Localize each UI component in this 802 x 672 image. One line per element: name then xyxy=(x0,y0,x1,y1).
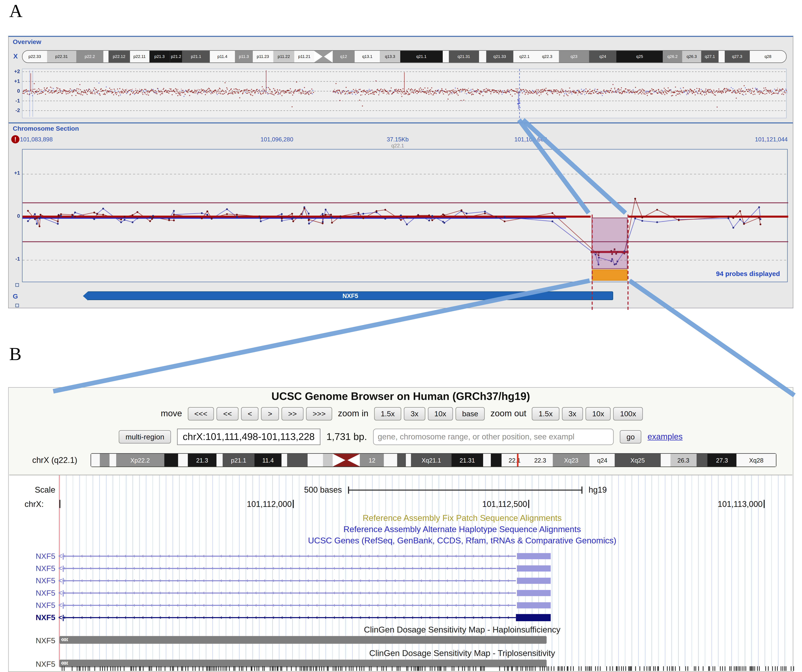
cytoband-segment[interactable] xyxy=(384,454,397,466)
cytoband-q23: q23 xyxy=(559,51,589,63)
zoom-in-button-1[interactable]: 1.5x xyxy=(374,407,401,420)
position-controls: multi-region chrX:101,111,498-101,113,22… xyxy=(9,429,793,445)
clingen-gene-bar[interactable]: «« xyxy=(59,636,547,644)
clingen-track-title[interactable]: ClinGen Dosage Sensitivity Map - Haploin… xyxy=(132,625,792,635)
cytoband-text: p11.3 xyxy=(239,54,249,59)
zoom-out-buttons: 1.5x3x10x100x xyxy=(532,407,643,420)
zoom-out-button-4[interactable]: 100x xyxy=(613,407,643,420)
cytoband-segment[interactable] xyxy=(397,454,406,466)
cytoband-22.1[interactable]: 22.1 xyxy=(501,454,528,466)
cytoband-text: p11.22 xyxy=(278,54,290,59)
overview-scatter-plot[interactable] xyxy=(22,69,787,118)
cytoband-segment[interactable] xyxy=(287,454,308,466)
zoom-in-button-2[interactable]: 3x xyxy=(404,407,425,420)
cytoband-text: q13.1 xyxy=(362,54,372,59)
deletion-region-highlight[interactable] xyxy=(592,218,627,269)
ideogram-p-arm: p22.33p22.31p22.2p22.12p22.11p21.3p21.2p… xyxy=(23,51,314,63)
cytoband-segment[interactable] xyxy=(323,454,333,466)
cytoband-segment[interactable] xyxy=(660,454,670,466)
cytoband-p22.33: p22.33 xyxy=(23,51,47,63)
cytoband-27.3[interactable]: 27.3 xyxy=(707,454,737,466)
cytoband-Xq21.1[interactable]: Xq21.1 xyxy=(411,454,451,466)
cytoband-segment[interactable] xyxy=(91,454,100,466)
overview-scatter-canvas[interactable] xyxy=(23,69,787,118)
cytoband-Xq28[interactable]: Xq28 xyxy=(737,454,776,466)
collapse-box-icon[interactable] xyxy=(15,304,19,307)
deletion-call-bar[interactable] xyxy=(592,269,627,281)
ucsc-chrx-ideogram[interactable]: Xp22.221.3p21.111.412Xq21.121.3122.122.3… xyxy=(91,453,776,467)
chrx-ideogram[interactable]: p22.33p22.31p22.2p22.12p22.11p21.3p21.2p… xyxy=(22,50,787,63)
cytoband-text: p21.2 xyxy=(171,54,181,59)
cytoband-q22.3: q22.3 xyxy=(535,51,559,63)
cytoband-segment[interactable] xyxy=(696,454,707,466)
zoom-out-button-3[interactable]: 10x xyxy=(585,407,611,420)
cytoband-26.3[interactable]: 26.3 xyxy=(670,454,696,466)
clingen-track-title[interactable]: ClinGen Dosage Sensitivity Map - Triplos… xyxy=(132,648,792,658)
cytoband-q28: q28 xyxy=(750,51,786,63)
cytoband-q13.3: q13.3 xyxy=(380,51,400,63)
move-button-5[interactable]: >> xyxy=(281,407,304,420)
cytoband-segment[interactable] xyxy=(406,454,411,466)
zoom-out-button-2[interactable]: 3x xyxy=(562,407,583,420)
cytoband-p21.1[interactable]: p21.1 xyxy=(223,454,254,466)
section-plot[interactable]: 94 probes displayed xyxy=(22,149,788,282)
cytoband-21.3[interactable]: 21.3 xyxy=(188,454,216,466)
y-tick-label: +1 xyxy=(14,170,20,176)
move-button-1[interactable]: <<< xyxy=(188,407,214,420)
cytoband-Xp22.2[interactable]: Xp22.2 xyxy=(116,454,164,466)
cytoband-text: q21.1 xyxy=(416,54,427,59)
warning-icon[interactable]: ! xyxy=(11,135,19,144)
ucsc-browser-panel: UCSC Genome Browser on Human (GRCh37/hg1… xyxy=(8,387,793,672)
move-button-6[interactable]: >>> xyxy=(306,407,332,420)
section-plot-canvas[interactable] xyxy=(23,149,788,282)
cytoband-q24[interactable]: q24 xyxy=(590,454,614,466)
cytoband-segment[interactable] xyxy=(282,454,287,466)
section-y-axis: +10-1 xyxy=(10,149,21,282)
chromosome-section-subpanel: Chromosome Section ! 101,083,898 101,096… xyxy=(9,122,793,308)
zoom-in-label: zoom in xyxy=(338,409,368,419)
position-box[interactable]: chrX:101,111,498-101,113,228 xyxy=(177,429,320,445)
move-button-4[interactable]: > xyxy=(261,407,279,420)
cytoband-segment[interactable] xyxy=(308,454,323,466)
cytoband-text: p21.3 xyxy=(154,54,165,59)
cytoband-22.3[interactable]: 22.3 xyxy=(528,454,553,466)
cytoband-segment[interactable] xyxy=(491,454,501,466)
cytoband-text: 21.3 xyxy=(196,457,208,464)
coord-mid1: 101,096,280 xyxy=(260,136,293,142)
zoom-in-buttons: 1.5x3x10xbase xyxy=(374,407,485,420)
gene-nxf5-bar[interactable]: NXF5 xyxy=(87,291,613,300)
multi-region-button[interactable]: multi-region xyxy=(119,430,171,444)
search-input[interactable] xyxy=(373,429,614,445)
zoom-out-button-1[interactable]: 1.5x xyxy=(532,407,559,420)
cytoband-21.31[interactable]: 21.31 xyxy=(451,454,483,466)
cytoband-segment[interactable] xyxy=(110,454,116,466)
cytoband-Xq23[interactable]: Xq23 xyxy=(553,454,590,466)
cytoband-text: q25 xyxy=(636,54,643,59)
cytoband-segment[interactable] xyxy=(483,454,491,466)
cytoband-segment[interactable] xyxy=(164,454,178,466)
ideogram-label: chrX (q22.1) xyxy=(32,456,78,465)
cytoband-11.4[interactable]: 11.4 xyxy=(254,454,282,466)
cytoband-segment[interactable] xyxy=(178,454,188,466)
browser-tracks-image[interactable]: Scale 500 bases hg19 chrX: 101,112,00010… xyxy=(9,475,792,671)
navigation-controls: move <<<<<<>>>>>> zoom in 1.5x3x10xbase … xyxy=(9,407,793,420)
cytoband-p11.4: p11.4 xyxy=(210,51,235,63)
cytoband-segment[interactable] xyxy=(100,454,110,466)
coord-cytoband: q22.1 xyxy=(367,143,428,149)
expand-box-icon[interactable] xyxy=(15,283,19,287)
zoom-in-button-4[interactable]: base xyxy=(456,407,485,420)
cytoband-text: q22.1 xyxy=(519,54,530,59)
cytoband-12[interactable]: 12 xyxy=(360,454,384,466)
examples-link[interactable]: examples xyxy=(648,432,683,442)
move-button-2[interactable]: << xyxy=(217,407,238,420)
section-title: Chromosome Section xyxy=(13,125,79,132)
go-button[interactable]: go xyxy=(620,430,642,444)
cytoband-segment[interactable] xyxy=(216,454,223,466)
cytoband-text: 22.3 xyxy=(534,457,546,464)
cytoband-Xq25[interactable]: Xq25 xyxy=(615,454,660,466)
cytoband-q21.31: q21.31 xyxy=(449,51,479,63)
cytoband-segment[interactable] xyxy=(333,454,360,466)
move-button-3[interactable]: < xyxy=(241,407,259,420)
zoom-in-button-3[interactable]: 10x xyxy=(428,407,453,420)
cytoband-text: p22.11 xyxy=(133,54,146,59)
